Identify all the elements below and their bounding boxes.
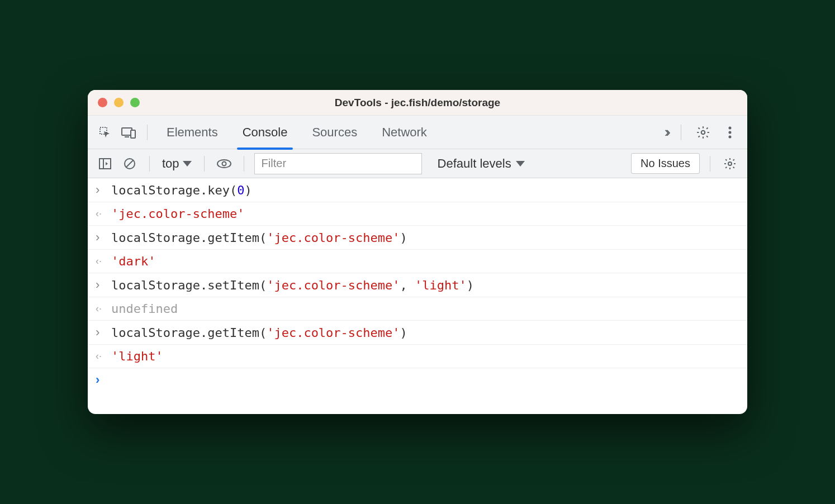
prompt-marker-icon: › <box>96 373 106 387</box>
divider <box>710 156 710 172</box>
console-row-output: ‹·'jec.color-scheme' <box>88 202 747 226</box>
svg-point-12 <box>222 161 226 165</box>
traffic-lights <box>88 98 140 107</box>
tab-sources[interactable]: Sources <box>310 116 359 149</box>
console-filterbar: top Default levels No Issues <box>88 149 747 178</box>
divider <box>147 125 148 140</box>
tab-network[interactable]: Network <box>379 116 429 149</box>
inspect-element-icon[interactable] <box>96 123 115 142</box>
svg-point-5 <box>729 126 732 129</box>
kebab-menu-icon[interactable] <box>720 123 739 142</box>
filter-input[interactable] <box>254 153 422 174</box>
levels-label: Default levels <box>438 156 511 171</box>
chevron-down-icon <box>516 161 525 167</box>
live-expression-icon[interactable] <box>215 154 234 173</box>
console-row-output: ‹·'dark' <box>88 250 747 273</box>
chevron-down-icon <box>183 161 192 167</box>
clear-console-icon[interactable] <box>120 154 139 173</box>
input-marker-icon: › <box>96 183 106 197</box>
minimize-window-button[interactable] <box>114 98 124 107</box>
input-marker-icon: › <box>96 325 106 340</box>
main-tabbar: ElementsConsoleSourcesNetwork ›› <box>88 116 747 149</box>
devtools-window: DevTools - jec.fish/demo/storage Element… <box>88 90 747 414</box>
settings-icon[interactable] <box>694 123 713 142</box>
maximize-window-button[interactable] <box>130 98 140 107</box>
input-marker-icon: › <box>96 230 106 245</box>
console-row-output: ‹·undefined <box>88 297 747 321</box>
console-settings-icon[interactable] <box>720 154 739 173</box>
output-marker-icon: ‹· <box>96 208 106 220</box>
svg-line-11 <box>126 160 133 167</box>
console-line: 'jec.color-scheme' <box>111 207 244 221</box>
output-marker-icon: ‹· <box>96 255 106 267</box>
console-row-output: ‹·'light' <box>88 345 747 368</box>
console-row-prompt[interactable]: › <box>88 368 747 392</box>
tab-elements[interactable]: Elements <box>164 116 220 149</box>
console-line: localStorage.setItem('jec.color-scheme',… <box>111 278 474 292</box>
console-line: localStorage.getItem('jec.color-scheme') <box>111 231 407 245</box>
log-levels-select[interactable]: Default levels <box>438 156 525 171</box>
console-output[interactable]: ›localStorage.key(0)‹·'jec.color-scheme'… <box>88 178 747 392</box>
output-marker-icon: ‹· <box>96 303 106 315</box>
context-label: top <box>162 156 179 171</box>
console-line: 'light' <box>111 349 163 363</box>
panel-tabs: ElementsConsoleSourcesNetwork <box>164 116 656 149</box>
console-row-input: ›localStorage.getItem('jec.color-scheme'… <box>88 226 747 250</box>
input-marker-icon: › <box>96 278 106 292</box>
execution-context-select[interactable]: top <box>160 156 194 171</box>
svg-point-6 <box>729 131 732 134</box>
tab-console[interactable]: Console <box>240 116 290 149</box>
sidebar-toggle-icon[interactable] <box>96 154 115 173</box>
device-toolbar-icon[interactable] <box>119 123 138 142</box>
svg-rect-3 <box>131 130 135 138</box>
divider <box>149 156 150 172</box>
close-window-button[interactable] <box>98 98 107 107</box>
console-line: 'dark' <box>111 254 155 268</box>
console-line: undefined <box>111 302 178 316</box>
svg-rect-8 <box>99 159 111 169</box>
window-title: DevTools - jec.fish/demo/storage <box>88 97 747 109</box>
titlebar: DevTools - jec.fish/demo/storage <box>88 90 747 116</box>
console-row-input: ›localStorage.setItem('jec.color-scheme'… <box>88 273 747 297</box>
svg-point-4 <box>701 130 705 134</box>
output-marker-icon: ‹· <box>96 350 106 362</box>
console-row-input: ›localStorage.getItem('jec.color-scheme'… <box>88 321 747 345</box>
more-tabs-icon[interactable]: ›› <box>660 123 672 141</box>
divider <box>681 125 681 140</box>
divider <box>244 156 244 172</box>
divider <box>204 156 205 172</box>
svg-point-13 <box>728 162 732 165</box>
issues-button[interactable]: No Issues <box>631 153 700 174</box>
svg-point-7 <box>729 135 732 138</box>
console-line: localStorage.getItem('jec.color-scheme') <box>111 326 407 340</box>
console-line: localStorage.key(0) <box>111 183 252 197</box>
console-row-input: ›localStorage.key(0) <box>88 178 747 202</box>
tabbar-right <box>676 123 739 142</box>
